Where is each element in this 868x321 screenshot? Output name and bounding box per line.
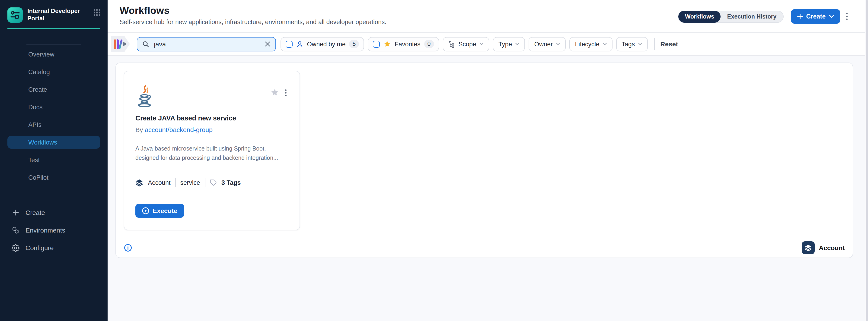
expand-arrow-icon — [123, 42, 127, 46]
page-header: Workflows Self-service hub for new appli… — [107, 0, 868, 33]
person-icon — [296, 40, 303, 47]
tab-execution-history[interactable]: Execution History — [721, 10, 783, 23]
plus-icon — [11, 209, 20, 217]
search-box — [137, 37, 276, 51]
favorites-checkbox[interactable] — [373, 40, 380, 47]
hierarchy-icon — [448, 40, 455, 47]
owner-group-link[interactable]: account/backend-group — [145, 126, 213, 133]
sidebar-item-apis[interactable]: APIs — [7, 118, 100, 131]
tag-icon — [210, 179, 217, 186]
sidebar-item-catalog[interactable]: Catalog — [7, 65, 100, 78]
brand-bar-purple — [117, 39, 119, 49]
scope-label: Scope — [458, 40, 476, 47]
card-kebab-menu[interactable] — [284, 88, 288, 98]
create-button-label: Create — [806, 13, 826, 20]
panel-footer: Account — [116, 238, 853, 257]
execute-button[interactable]: Execute — [135, 204, 184, 218]
filter-divider — [654, 38, 655, 50]
account-layers-icon — [802, 241, 815, 254]
filter-favorites[interactable]: Favorites 0 — [368, 37, 439, 51]
favorite-star-icon[interactable] — [270, 88, 279, 97]
meta-divider — [175, 178, 176, 187]
workflow-logo-icon — [10, 10, 20, 20]
card-byline: By account/backend-group — [135, 126, 288, 133]
sidebar: Internal Developer Portal Overview Catal… — [0, 0, 107, 321]
sidebar-item-test[interactable]: Test — [7, 153, 100, 166]
filter-bar: Owned by me 5 Favorites 0 Scope — [107, 33, 868, 56]
tags-label: Tags — [622, 40, 635, 47]
sidebar-item-workflows[interactable]: Workflows — [7, 136, 100, 149]
app-window: Internal Developer Portal Overview Catal… — [0, 0, 868, 321]
card-type: service — [180, 179, 200, 186]
filter-owned-by-me[interactable]: Owned by me 5 — [281, 37, 364, 51]
filter-tags-dropdown[interactable]: Tags — [616, 37, 648, 51]
card-meta-row: Account service 3 Tags — [135, 178, 288, 187]
account-badge-label: Account — [819, 244, 845, 252]
type-label: Type — [498, 40, 512, 47]
sidebar-divider — [26, 44, 81, 45]
sidebar-footer-configure[interactable]: Configure — [0, 239, 107, 257]
tab-workflows[interactable]: Workflows — [679, 10, 721, 23]
by-prefix: By — [135, 126, 143, 133]
create-button[interactable]: Create — [791, 9, 840, 24]
view-toggle: Workflows Execution History — [678, 10, 784, 23]
filter-type-dropdown[interactable]: Type — [493, 37, 525, 51]
content-area: Create JAVA based new service By account… — [107, 56, 868, 321]
favorites-label: Favorites — [395, 40, 421, 47]
chevron-down-icon — [602, 43, 607, 45]
clear-search-icon[interactable] — [265, 41, 270, 47]
chevron-down-icon — [479, 43, 484, 45]
owned-by-me-count: 5 — [349, 40, 359, 48]
chevron-down-icon — [829, 15, 834, 18]
execute-button-label: Execute — [153, 207, 177, 214]
sidebar-item-copilot[interactable]: CoPilot — [7, 171, 100, 184]
plus-icon — [797, 13, 803, 20]
sidebar-footer-nav: Create Environments Conf — [0, 204, 107, 257]
sidebar-footer-divider — [7, 197, 100, 197]
portal-logo — [7, 7, 23, 23]
header-controls: Workflows Execution History Create — [678, 9, 849, 24]
card-scope: Account — [148, 179, 170, 186]
filter-lifecycle-dropdown[interactable]: Lifecycle — [569, 37, 612, 51]
gear-icon — [11, 244, 20, 252]
footer-item-label: Create — [26, 209, 45, 216]
sidebar-footer-environments[interactable]: Environments — [0, 221, 107, 239]
filter-scope-dropdown[interactable]: Scope — [442, 37, 489, 51]
account-scope-badge: Account — [802, 241, 845, 254]
card-tags-count: 3 Tags — [221, 179, 241, 186]
hexagons-icon — [11, 226, 20, 234]
sidebar-item-docs[interactable]: Docs — [7, 101, 100, 113]
owner-label: Owner — [534, 40, 553, 47]
filter-owner-dropdown[interactable]: Owner — [529, 37, 566, 51]
search-input[interactable] — [153, 40, 261, 48]
reset-filters-button[interactable]: Reset — [660, 40, 678, 48]
layers-icon — [135, 179, 143, 186]
footer-item-label: Environments — [26, 226, 65, 234]
info-icon[interactable] — [124, 244, 132, 252]
sidebar-footer-create[interactable]: Create — [0, 204, 107, 221]
workflows-panel: Create JAVA based new service By account… — [116, 63, 853, 258]
header-kebab-menu[interactable] — [844, 11, 849, 22]
brand-bar-orange — [114, 39, 116, 49]
scrollbar-thumb[interactable] — [866, 0, 868, 321]
apps-grid-icon[interactable] — [94, 9, 101, 17]
java-logo-icon — [137, 85, 153, 108]
star-icon — [384, 40, 391, 48]
owned-by-me-label: Owned by me — [307, 40, 346, 47]
sidebar-logo-row: Internal Developer Portal — [0, 0, 107, 23]
sidebar-accent-bar — [7, 28, 100, 29]
workflow-card[interactable]: Create JAVA based new service By account… — [124, 71, 300, 230]
vertical-scrollbar[interactable] — [865, 0, 868, 321]
sidebar-nav: Overview Catalog Create Docs APIs Workfl… — [7, 48, 100, 184]
chevron-down-icon — [638, 43, 642, 45]
lifecycle-label: Lifecycle — [575, 40, 599, 47]
card-title: Create JAVA based new service — [135, 114, 288, 122]
footer-item-label: Configure — [26, 244, 54, 252]
chevron-down-icon — [516, 43, 520, 45]
sidebar-item-create[interactable]: Create — [7, 83, 100, 96]
portal-title: Internal Developer Portal — [27, 7, 83, 22]
sidebar-item-overview[interactable]: Overview — [7, 48, 100, 61]
panel-collapse-toggle[interactable] — [111, 36, 130, 52]
owned-by-me-checkbox[interactable] — [286, 40, 292, 47]
favorites-count: 0 — [424, 40, 434, 48]
